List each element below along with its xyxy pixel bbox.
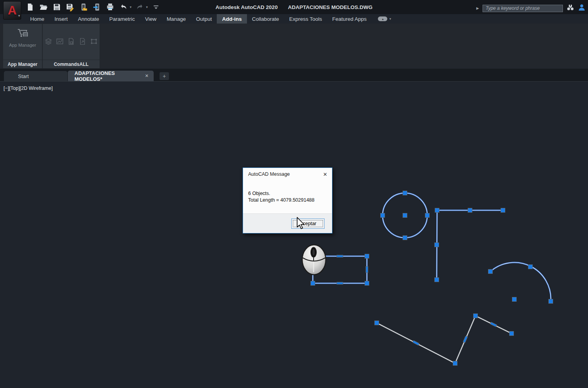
- file-save-icon[interactable]: [67, 37, 75, 46]
- save-web-mobile-icon[interactable]: [92, 2, 102, 12]
- ribbon-tab-output[interactable]: Output: [191, 14, 217, 24]
- save-as-icon[interactable]: [65, 2, 75, 12]
- autocad-a-icon: A: [8, 4, 16, 16]
- quick-access-toolbar: ▾ ▾: [25, 2, 161, 12]
- open-web-mobile-icon[interactable]: [78, 2, 89, 12]
- help-search-input[interactable]: [483, 5, 563, 12]
- plot-icon[interactable]: [105, 2, 115, 12]
- dialog-title: AutoCAD Message: [248, 171, 290, 177]
- ribbon-tab-add-ins[interactable]: Add-ins: [217, 14, 247, 24]
- dialog-message-line1: 6 Objects.: [248, 190, 328, 197]
- viewport-visual-style-control[interactable]: [2D Wireframe]: [20, 86, 53, 91]
- aceptar-button[interactable]: Aceptar: [291, 219, 325, 229]
- undo-dropdown-icon[interactable]: ▾: [130, 5, 132, 9]
- dialog-message-line2: Total Length = 4079.50291488: [248, 197, 328, 204]
- panel-commandsall: CommandsALL: [43, 24, 100, 68]
- redo-icon[interactable]: [135, 2, 145, 12]
- file-export-icon[interactable]: [78, 37, 87, 46]
- save-icon[interactable]: [52, 2, 62, 12]
- ribbon-tab-collaborate[interactable]: Collaborate: [247, 14, 284, 24]
- ribbon-tab-manage[interactable]: Manage: [162, 14, 191, 24]
- panel-title-app-manager[interactable]: App Manager: [3, 60, 42, 68]
- ribbon-tab-featured-apps[interactable]: Featured Apps: [327, 14, 372, 24]
- ribbon-tab-view[interactable]: View: [140, 14, 162, 24]
- close-tab-icon[interactable]: ✕: [144, 73, 150, 79]
- open-folder-icon[interactable]: [38, 2, 49, 12]
- file-tab-bar: Start ADAPTACIONES MODELOS* ✕ +: [0, 69, 588, 81]
- titlebar-right-controls: ▶: [476, 4, 586, 13]
- ribbon-tab-insert[interactable]: Insert: [49, 14, 73, 24]
- sign-in-user-icon[interactable]: [578, 4, 586, 13]
- autocad-message-dialog: AutoCAD Message ✕ 6 Objects. Total Lengt…: [243, 168, 332, 233]
- new-drawing-tab-button[interactable]: +: [160, 72, 169, 80]
- ribbon-tab-annotate[interactable]: Annotate: [73, 14, 104, 24]
- ribbon-display-toggle-icon[interactable]: ▲: [378, 16, 387, 21]
- viewport-view-control[interactable]: [Top]: [9, 86, 20, 91]
- undo-icon[interactable]: [118, 2, 129, 12]
- bounding-box-icon[interactable]: [90, 37, 98, 46]
- new-file-icon[interactable]: [25, 2, 35, 12]
- ribbon-display-dropdown-icon[interactable]: ▾: [389, 17, 391, 21]
- layers-icon[interactable]: [44, 37, 53, 46]
- redo-dropdown-icon[interactable]: ▾: [146, 5, 148, 9]
- app-manager-button[interactable]: App Manager: [3, 24, 42, 60]
- customize-toolbar-icon[interactable]: [151, 2, 161, 12]
- app-manager-button-label: App Manager: [9, 43, 36, 47]
- search-collapse-icon[interactable]: ▶: [476, 6, 479, 10]
- logo-dropdown-icon: ▾: [18, 14, 20, 18]
- dialog-close-icon[interactable]: ✕: [322, 171, 328, 177]
- ribbon-tab-home[interactable]: Home: [25, 14, 49, 24]
- panel-title-commandsall[interactable]: CommandsALL: [43, 60, 100, 68]
- file-tab-active-document[interactable]: ADAPTACIONES MODELOS* ✕: [68, 71, 154, 81]
- panel-app-manager: App Manager App Manager: [3, 24, 42, 68]
- ribbon-panel-area: App Manager App Manager CommandsALL: [0, 24, 588, 69]
- ribbon-tab-express-tools[interactable]: Express Tools: [284, 14, 327, 24]
- ribbon-tab-parametric[interactable]: Parametric: [104, 14, 140, 24]
- search-binoculars-icon[interactable]: [566, 4, 574, 13]
- ribbon-tab-bar: Home Insert Annotate Parametric View Man…: [25, 14, 391, 24]
- viewport-minimize-control[interactable]: [−]: [4, 86, 9, 91]
- shopping-cart-icon: [16, 27, 30, 41]
- autocad-logo-button[interactable]: A ▾: [3, 1, 21, 20]
- file-tab-label: ADAPTACIONES MODELOS*: [74, 70, 144, 82]
- model-space-canvas[interactable]: [0, 81, 588, 388]
- viewport-controls: [−] [Top] [2D Wireframe]: [4, 86, 53, 91]
- image-chart-icon[interactable]: [56, 37, 64, 46]
- title-bar: Autodesk AutoCAD 2020 ADAPTACIONES MODEL…: [0, 0, 588, 14]
- app-title: Autodesk AutoCAD 2020: [216, 4, 278, 10]
- document-title: ADAPTACIONES MODELOS.DWG: [288, 4, 372, 10]
- dialog-message: 6 Objects. Total Length = 4079.50291488: [243, 177, 332, 203]
- file-tab-start[interactable]: Start: [4, 71, 67, 81]
